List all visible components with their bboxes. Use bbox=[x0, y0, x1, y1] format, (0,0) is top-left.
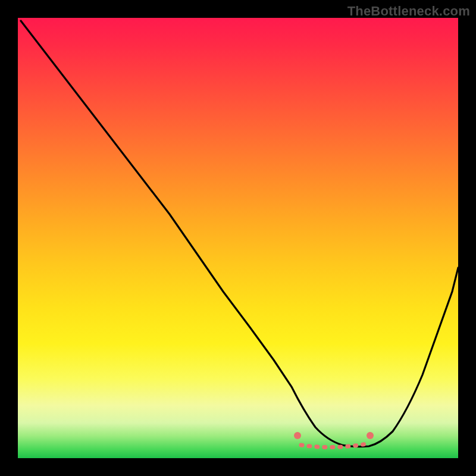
marker-dot-right bbox=[367, 432, 374, 439]
marker-dot-left bbox=[294, 432, 301, 439]
watermark-text: TheBottleneck.com bbox=[347, 4, 470, 19]
bottleneck-curve-path bbox=[21, 21, 458, 447]
plot-area bbox=[18, 18, 458, 458]
chart-frame: TheBottleneck.com bbox=[0, 0, 476, 476]
marker-dotted-line bbox=[301, 444, 367, 447]
bottleneck-curve-svg bbox=[18, 18, 458, 458]
